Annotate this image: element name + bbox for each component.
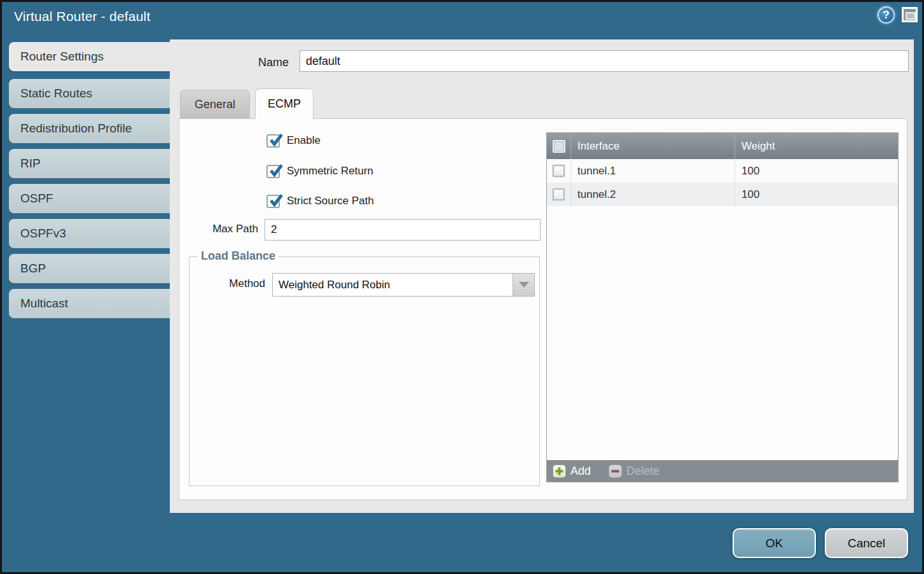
method-select[interactable]: Weighted Round Robin (272, 273, 535, 297)
ok-button[interactable]: OK (733, 528, 816, 558)
sidebar-item-rip[interactable]: RIP (9, 149, 170, 178)
name-label: Name (170, 53, 294, 72)
interface-column-header[interactable]: Interface (571, 133, 735, 159)
weight-cell[interactable]: 100 (735, 159, 898, 183)
virtual-router-dialog: Virtual Router - default ? Router Settin… (0, 0, 924, 574)
weight-cell[interactable]: 100 (735, 183, 898, 206)
tab-ecmp[interactable]: ECMP (255, 88, 314, 119)
table-footer: Add Delete (547, 460, 898, 482)
main-panel: Name General ECMP Enable Sym (170, 39, 914, 513)
chevron-down-icon (519, 282, 529, 288)
row-checkbox[interactable] (553, 188, 565, 200)
table-row[interactable]: tunnel.1 100 (547, 159, 898, 183)
sidebar-item-redistribution-profile[interactable]: Redistribution Profile (9, 114, 170, 143)
delete-button-label: Delete (626, 465, 659, 478)
table-header: Interface Weight (547, 133, 898, 159)
add-button[interactable]: Add (553, 465, 591, 478)
maximize-icon[interactable] (902, 7, 918, 22)
check-icon (268, 132, 284, 148)
header-checkbox-cell (547, 133, 571, 159)
load-balance-fieldset: Load Balance Method Weighted Round Robin (189, 256, 540, 486)
tab-general[interactable]: General (180, 90, 250, 118)
row-checkbox-cell (547, 159, 571, 183)
interface-cell[interactable]: tunnel.1 (571, 159, 735, 183)
sidebar-item-ospf[interactable]: OSPF (9, 184, 170, 213)
strict-source-path-checkbox[interactable] (266, 195, 280, 208)
enable-checkbox-row[interactable]: Enable (266, 133, 321, 148)
check-icon (268, 163, 284, 178)
row-checkbox[interactable] (553, 165, 565, 177)
symmetric-return-label: Symmetric Return (287, 165, 373, 178)
delete-button[interactable]: Delete (609, 465, 659, 478)
cancel-button[interactable]: Cancel (825, 528, 908, 558)
load-balance-legend: Load Balance (198, 249, 279, 263)
table-empty-area (547, 206, 898, 460)
interface-cell[interactable]: tunnel.2 (571, 183, 735, 206)
sidebar-item-static-routes[interactable]: Static Routes (9, 79, 170, 108)
help-icon[interactable]: ? (878, 6, 895, 24)
strict-source-path-label: Strict Source Path (287, 195, 374, 207)
symmetric-return-checkbox[interactable] (266, 165, 280, 178)
symmetric-return-checkbox-row[interactable]: Symmetric Return (266, 164, 373, 179)
select-all-checkbox[interactable] (553, 140, 565, 153)
method-dropdown-button[interactable] (513, 274, 534, 296)
max-path-label: Max Path (179, 223, 258, 235)
name-input[interactable] (300, 50, 909, 72)
max-path-input[interactable] (265, 219, 541, 241)
weight-column-header[interactable]: Weight (735, 133, 898, 159)
add-icon (553, 465, 566, 478)
enable-label: Enable (287, 134, 321, 147)
sidebar-item-ospfv3[interactable]: OSPFv3 (9, 219, 170, 248)
minus-icon (609, 465, 622, 478)
interface-weight-table: Interface Weight tunnel.1 100 tunnel.2 1… (546, 132, 899, 482)
check-icon (268, 193, 284, 208)
row-checkbox-cell (547, 183, 571, 206)
sidebar-item-multicast[interactable]: Multicast (9, 289, 170, 318)
dialog-title: Virtual Router - default (14, 9, 151, 24)
sidebar-item-router-settings[interactable]: Router Settings (9, 42, 172, 71)
add-button-label: Add (570, 465, 591, 478)
ecmp-tab-content: Enable Symmetric Return Strict Source Pa… (179, 118, 907, 500)
table-row[interactable]: tunnel.2 100 (547, 183, 898, 206)
sidebar: Router Settings Static Routes Redistribu… (9, 42, 170, 324)
help-glyph: ? (883, 9, 889, 21)
enable-checkbox[interactable] (266, 134, 280, 148)
method-selected-value: Weighted Round Robin (273, 274, 513, 296)
method-label: Method (190, 277, 265, 290)
strict-source-path-checkbox-row[interactable]: Strict Source Path (266, 193, 374, 209)
sidebar-item-bgp[interactable]: BGP (9, 254, 170, 283)
